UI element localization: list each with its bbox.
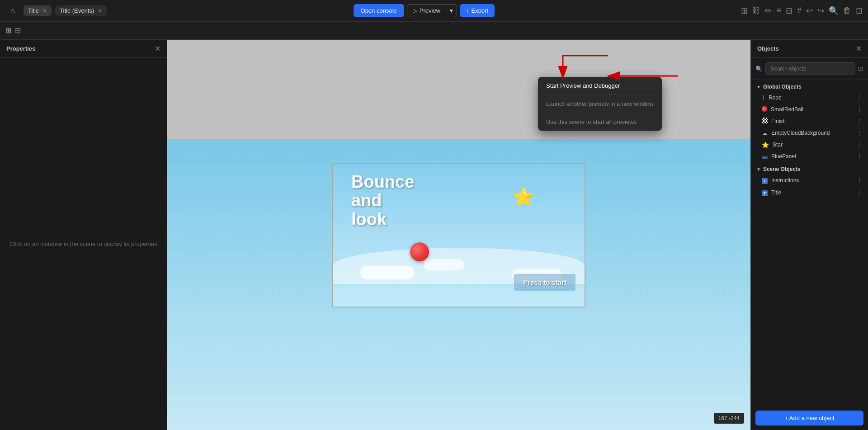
- object-item-rope[interactable]: ⌇ Rope ⋮: [751, 92, 868, 104]
- rope-icon: ⌇: [762, 94, 765, 101]
- dropdown-item-new-window[interactable]: Launch another preview in a new window: [538, 95, 662, 113]
- tab-title[interactable]: Title ✕: [24, 5, 52, 16]
- copy-icon[interactable]: ⊡: [858, 65, 863, 72]
- properties-panel-content: Click on an instance in the scene to dis…: [0, 58, 167, 430]
- scene-objects-title: Scene Objects: [763, 166, 801, 172]
- tab-events-close[interactable]: ✕: [98, 8, 102, 14]
- toolbar-icon-1[interactable]: ⊞: [5, 26, 11, 35]
- title-more[interactable]: ⋮: [856, 189, 863, 196]
- emptycloudbackground-icon: ☁: [762, 130, 768, 137]
- properties-panel-header: Properties ✕: [0, 40, 167, 58]
- properties-panel-title: Properties: [6, 45, 35, 52]
- preview-button-group[interactable]: ▷ Preview ▾: [407, 4, 457, 17]
- coordinates-badge: 167,-244: [714, 413, 744, 424]
- bluepanel-icon: [762, 153, 768, 160]
- canvas-area[interactable]: Bounceandlook ⭐ Press to start 167,-244 …: [167, 40, 750, 430]
- object-item-bluepanel[interactable]: BluePanel ⋮: [751, 151, 868, 162]
- title-icon: T: [762, 189, 768, 196]
- object-item-instructions[interactable]: T Instructions ⋮: [751, 174, 868, 186]
- properties-panel-close[interactable]: ✕: [155, 44, 160, 53]
- global-objects-header[interactable]: ▼ Global Objects: [751, 80, 868, 92]
- main-layout: Properties ✕ Click on an instance in the…: [0, 40, 868, 430]
- finish-icon: [762, 118, 768, 125]
- export-button[interactable]: ↑ Export: [460, 4, 495, 17]
- toolbar: ⊞ ⊟: [0, 22, 868, 40]
- smallredball-label: SmallRedBall: [771, 106, 853, 113]
- star-label: Star: [773, 142, 853, 148]
- objects-panel-close[interactable]: ✕: [856, 44, 862, 53]
- search-input[interactable]: [765, 62, 855, 75]
- hash-icon[interactable]: #: [797, 6, 802, 15]
- emptycloudbackground-label: EmptyCloudBackground: [771, 130, 853, 136]
- topbar-center: Open console ▷ Preview ▾ ↑ Export: [110, 4, 737, 17]
- press-to-start-btn: Press to start: [514, 274, 576, 291]
- bluepanel-more[interactable]: ⋮: [856, 153, 863, 160]
- preview-dropdown-arrow[interactable]: ▾: [446, 5, 457, 17]
- open-console-button[interactable]: Open console: [354, 4, 404, 17]
- list-icon[interactable]: ≡: [776, 6, 781, 15]
- preview-label: Preview: [420, 7, 440, 14]
- tab-title-events-label: Title (Events): [60, 7, 94, 14]
- undo-icon[interactable]: ↩: [806, 6, 813, 16]
- redo-icon[interactable]: ↪: [817, 6, 824, 16]
- scene-objects-chevron: ▼: [756, 167, 761, 172]
- tab-title-events[interactable]: Title (Events) ✕: [55, 5, 107, 16]
- properties-placeholder: Click on an instance in the scene to dis…: [9, 240, 157, 249]
- scene-objects-header[interactable]: ▼ Scene Objects: [751, 162, 868, 174]
- play-icon: ▷: [413, 7, 417, 14]
- export-up-icon: ↑: [466, 7, 469, 14]
- finish-label: Finish: [771, 118, 853, 124]
- objects-panel: Objects ✕ 🔍 ⊡ ▼ Global Objects ⌇ Rope ⋮ …: [750, 40, 868, 430]
- layers-icon[interactable]: ⊟: [786, 6, 793, 16]
- instructions-more[interactable]: ⋮: [856, 177, 863, 184]
- star-icon: ⭐: [762, 142, 769, 148]
- home-icon[interactable]: ⌂: [5, 4, 20, 18]
- objects-section: ▼ Global Objects ⌇ Rope ⋮ SmallRedBall ⋮…: [751, 80, 868, 406]
- star-object: ⭐: [512, 186, 535, 208]
- topbar: ⌂ Title ✕ Title (Events) ✕ Open console …: [0, 0, 868, 22]
- toolbar-icon-2[interactable]: ⊟: [15, 26, 21, 35]
- rope-label: Rope: [769, 95, 853, 101]
- red-ball-object: [410, 242, 429, 261]
- topbar-right-icons: ⊞ ⛓ ✏ ≡ ⊟ # ↩ ↪ 🔍 🗑 ⊡: [741, 6, 863, 16]
- pen-icon[interactable]: ✏: [765, 6, 772, 16]
- star-more[interactable]: ⋮: [856, 141, 863, 148]
- instructions-icon: T: [762, 176, 768, 184]
- game-title-text: Bounceandlook: [351, 173, 414, 229]
- preview-dropdown-menu[interactable]: Start Preview and Debugger Launch anothe…: [538, 77, 662, 131]
- search-area: 🔍 ⊡: [751, 58, 868, 80]
- expand-icon[interactable]: ⊡: [856, 6, 863, 16]
- rope-more[interactable]: ⋮: [856, 94, 863, 101]
- objects-panel-title: Objects: [757, 45, 779, 52]
- smallredball-more[interactable]: ⋮: [856, 106, 863, 113]
- object-item-star[interactable]: ⭐ Star ⋮: [751, 139, 868, 151]
- game-window: Bounceandlook ⭐ Press to start: [332, 163, 585, 307]
- bluepanel-label: BluePanel: [771, 153, 853, 160]
- zoom-icon[interactable]: 🔍: [829, 6, 839, 16]
- instructions-label: Instructions: [771, 177, 853, 184]
- emptycloudbackground-more[interactable]: ⋮: [856, 129, 863, 137]
- smallredball-icon: [762, 106, 767, 113]
- link-icon[interactable]: ⛓: [752, 6, 760, 15]
- preview-button-main[interactable]: ▷ Preview: [407, 5, 446, 17]
- object-item-title[interactable]: T Title ⋮: [751, 186, 868, 198]
- export-label: Export: [472, 7, 489, 14]
- object-item-finish[interactable]: Finish ⋮: [751, 115, 868, 127]
- object-item-smallredball[interactable]: SmallRedBall ⋮: [751, 104, 868, 115]
- tab-title-close[interactable]: ✕: [42, 8, 47, 14]
- search-icon: 🔍: [755, 66, 763, 72]
- title-label: Title: [771, 189, 853, 196]
- dropdown-item-start-preview[interactable]: Start Preview and Debugger: [538, 77, 662, 95]
- dropdown-item-start-all[interactable]: Use this scene to start all previews: [538, 113, 662, 131]
- objects-panel-header: Objects ✕: [751, 40, 868, 58]
- global-objects-chevron: ▼: [756, 85, 761, 90]
- add-new-object-button[interactable]: + Add a new object: [755, 411, 863, 425]
- tab-title-label: Title: [28, 7, 39, 14]
- canvas-bg-top: [167, 40, 750, 139]
- object-item-emptycloudbackground[interactable]: ☁ EmptyCloudBackground ⋮: [751, 127, 868, 139]
- trash-icon[interactable]: 🗑: [843, 6, 851, 15]
- global-objects-title: Global Objects: [763, 84, 802, 90]
- properties-panel: Properties ✕ Click on an instance in the…: [0, 40, 167, 430]
- finish-more[interactable]: ⋮: [856, 118, 863, 125]
- grid-icon[interactable]: ⊞: [741, 6, 748, 16]
